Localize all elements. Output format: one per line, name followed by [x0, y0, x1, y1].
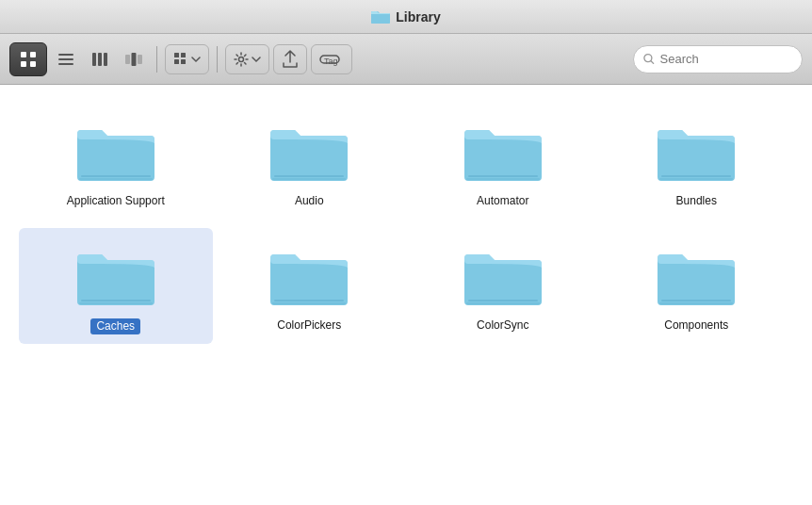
toolbar: Tag — [0, 34, 812, 85]
view-coverflow-button[interactable] — [119, 42, 149, 76]
svg-rect-6 — [58, 63, 73, 65]
svg-rect-25 — [468, 175, 538, 177]
folder-label: Components — [664, 318, 728, 334]
folder-icon-wrapper — [456, 237, 550, 313]
svg-rect-33 — [468, 300, 538, 301]
svg-rect-12 — [138, 55, 142, 64]
svg-point-17 — [239, 57, 244, 61]
svg-rect-29 — [81, 300, 151, 301]
folder-icon-wrapper — [456, 113, 550, 188]
folder-icon-wrapper — [262, 237, 356, 313]
folder-label: Caches — [90, 318, 140, 335]
folder-icon-wrapper — [69, 113, 163, 188]
search-icon — [643, 53, 655, 65]
svg-rect-4 — [58, 54, 73, 56]
svg-rect-2 — [21, 61, 26, 67]
svg-rect-21 — [81, 175, 151, 177]
folder-item[interactable]: Audio — [213, 104, 407, 219]
folder-item[interactable]: Automator — [406, 104, 600, 219]
svg-rect-36 — [659, 302, 733, 304]
folder-svg — [654, 117, 739, 185]
folder-item[interactable]: ColorSync — [406, 228, 600, 345]
folder-icon-wrapper — [649, 113, 743, 188]
folder-item[interactable]: Application Support — [19, 104, 213, 219]
folder-label: Audio — [295, 194, 324, 209]
folder-label: Application Support — [67, 194, 165, 209]
svg-rect-8 — [98, 53, 102, 66]
folder-label: Bundles — [676, 194, 717, 209]
folder-item[interactable]: ColorPickers — [213, 228, 407, 345]
folder-icon-wrapper — [69, 237, 163, 313]
folder-svg — [73, 241, 158, 309]
svg-rect-5 — [58, 58, 73, 60]
main-content: Application Support Audio Automator — [0, 85, 812, 505]
folder-icon-wrapper — [649, 237, 743, 313]
svg-rect-27 — [661, 175, 731, 177]
svg-rect-7 — [92, 53, 96, 66]
folder-svg — [267, 117, 351, 185]
svg-rect-23 — [274, 175, 344, 177]
folder-grid: Application Support Audio Automator — [19, 104, 793, 344]
svg-rect-16 — [181, 59, 186, 64]
svg-rect-24 — [272, 178, 346, 180]
svg-rect-31 — [274, 300, 344, 301]
folder-svg — [267, 241, 351, 309]
svg-rect-3 — [30, 61, 36, 67]
title-folder-icon — [371, 9, 390, 24]
toolbar-separator-1 — [156, 46, 157, 73]
svg-rect-30 — [79, 302, 153, 304]
folder-svg — [461, 117, 545, 185]
folder-item[interactable]: Bundles — [600, 104, 794, 219]
svg-rect-10 — [125, 55, 130, 64]
toolbar-separator-2 — [217, 46, 218, 73]
svg-rect-0 — [21, 52, 26, 57]
svg-rect-26 — [466, 178, 540, 180]
folder-label: ColorPickers — [277, 318, 341, 334]
view-list-button[interactable] — [51, 42, 81, 76]
view-icon-button[interactable] — [9, 42, 47, 76]
folder-item[interactable]: Caches — [19, 228, 213, 345]
svg-rect-9 — [104, 53, 107, 66]
svg-rect-35 — [661, 300, 731, 301]
svg-text:Tag: Tag — [324, 56, 338, 65]
view-dropdown-button[interactable] — [165, 44, 209, 74]
svg-rect-28 — [659, 178, 733, 180]
svg-rect-1 — [30, 52, 36, 57]
share-button[interactable] — [273, 44, 307, 74]
svg-rect-34 — [466, 302, 540, 304]
title-bar: Library — [0, 0, 812, 34]
tag-button[interactable]: Tag — [311, 44, 352, 74]
folder-label: Automator — [477, 194, 528, 209]
svg-rect-14 — [181, 53, 186, 57]
search-input[interactable] — [660, 52, 792, 66]
svg-rect-13 — [174, 53, 179, 57]
folder-icon-wrapper — [262, 113, 356, 188]
gear-button[interactable] — [225, 44, 269, 74]
folder-item[interactable]: Components — [600, 228, 794, 345]
svg-rect-32 — [272, 302, 346, 304]
svg-rect-11 — [132, 53, 137, 66]
search-box[interactable] — [633, 45, 803, 73]
folder-svg — [461, 241, 545, 309]
window-title: Library — [396, 9, 440, 24]
folder-svg — [73, 117, 158, 185]
folder-svg — [654, 241, 739, 309]
view-column-button[interactable] — [85, 42, 115, 76]
svg-rect-15 — [174, 59, 179, 64]
svg-rect-22 — [79, 178, 153, 180]
folder-label: ColorSync — [477, 318, 528, 334]
